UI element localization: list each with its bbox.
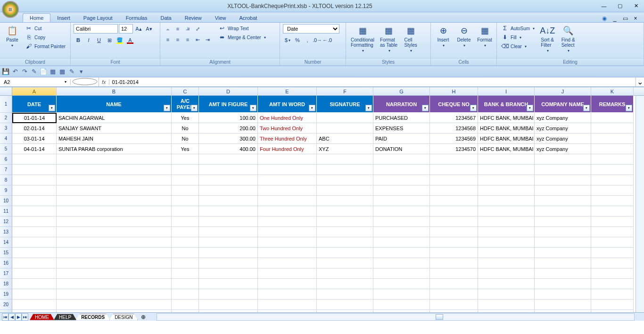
cell-bank[interactable]: HDFC BANK, MUMBAI [478, 144, 535, 154]
tab-acrobat[interactable]: Acrobat [232, 14, 264, 22]
cell-narration[interactable]: PAID [373, 134, 430, 144]
copy-button[interactable]: ⎘Copy [24, 33, 67, 42]
table-row[interactable]: 15 [0, 248, 644, 258]
decrease-decimal-button[interactable]: ←.0 [322, 35, 332, 45]
spreadsheet-grid[interactable]: A B C D E F G H I J K 1 DATE▾ NAME▾ A/C … [0, 87, 644, 321]
tab-insert[interactable]: Insert [50, 14, 77, 22]
hscroll-thumb[interactable] [436, 314, 443, 320]
tab-data[interactable]: Data [154, 14, 178, 22]
sheet-nav-last[interactable]: ⏭ [22, 313, 28, 321]
ribbon-minimize-icon[interactable]: _ [611, 15, 619, 22]
filter-company-button[interactable]: ▾ [583, 105, 590, 111]
format-painter-button[interactable]: 🖌Format Painter [24, 42, 67, 50]
cell-payee[interactable]: Yes [172, 144, 199, 154]
col-header-a[interactable]: A [12, 87, 57, 95]
cell-name[interactable]: SANJAY SAWANT [57, 123, 172, 134]
cell-name[interactable]: SUNITA PARAB corporation [57, 144, 172, 154]
select-all-corner[interactable] [0, 87, 12, 95]
cell-narration[interactable]: EXPENSES [373, 123, 430, 134]
table-row[interactable]: 10 [0, 196, 644, 206]
bold-button[interactable]: B [74, 35, 83, 45]
cell-figure[interactable]: 400.00 [199, 144, 258, 154]
fx-icon[interactable]: fx [99, 79, 109, 85]
row-header[interactable]: 13 [0, 227, 12, 237]
table-row[interactable]: 17 [0, 268, 644, 279]
cell-company[interactable]: xyz Company [535, 134, 591, 144]
cell-remarks[interactable] [591, 113, 634, 123]
cell-signature[interactable] [317, 123, 373, 134]
cell-remarks[interactable] [591, 134, 634, 144]
conditional-formatting-button[interactable]: ▦Conditional Formatting [349, 24, 376, 54]
filter-signature-button[interactable]: ▾ [365, 105, 372, 111]
sort-filter-button[interactable]: A↓ZSort & Filter [538, 24, 557, 54]
cell-company[interactable]: xyz Company [535, 113, 591, 123]
table-row[interactable]: 5 04-01-14 SUNITA PARAB corporation Yes … [0, 144, 644, 154]
col-header-f[interactable]: F [317, 87, 373, 95]
table-row[interactable]: 14 [0, 237, 644, 248]
filter-remarks-button[interactable]: ▾ [626, 105, 632, 111]
filter-word-button[interactable]: ▾ [309, 105, 315, 111]
cell-payee[interactable]: No [172, 123, 199, 134]
col-header-e[interactable]: E [258, 87, 317, 95]
format-cells-button[interactable]: ▦Format [475, 24, 494, 49]
table-row[interactable]: 4 03-01-14 MAHESH JAIN No 300.00 Three H… [0, 134, 644, 144]
qat-icon-2[interactable]: 📄 [40, 68, 47, 75]
cell-figure[interactable]: 100.00 [199, 113, 258, 123]
row-header[interactable]: 19 [0, 289, 12, 300]
align-middle-button[interactable]: ≡ [173, 24, 182, 33]
sheet-tab-design[interactable]: DESIGN [109, 314, 138, 320]
formula-bar[interactable]: 01-01-2014 [109, 79, 636, 85]
table-row[interactable]: 2 01-01-14 SACHIN AGARWAL Yes 100.00 One… [0, 113, 644, 123]
col-header-c[interactable]: C [172, 87, 199, 95]
row-header[interactable]: 17 [0, 268, 12, 279]
tab-formulas[interactable]: Formulas [119, 14, 154, 22]
insert-cells-button[interactable]: ⊕Insert [434, 24, 453, 49]
filter-figure-button[interactable]: ▾ [250, 105, 256, 111]
sheet-nav-next[interactable]: ▶ [15, 313, 22, 321]
row-header-1[interactable]: 1 [0, 96, 12, 113]
filter-narration-button[interactable]: ▾ [422, 105, 429, 111]
filter-payee-button[interactable]: ▾ [191, 105, 198, 111]
cell-cheque[interactable]: 1234570 [430, 144, 478, 154]
row-header[interactable]: 16 [0, 258, 12, 268]
row-header[interactable]: 5 [0, 144, 12, 154]
sheet-tab-help[interactable]: HELP [54, 314, 76, 320]
grow-font-button[interactable]: A▴ [134, 24, 143, 33]
increase-decimal-button[interactable]: .0→ [313, 35, 322, 45]
font-size-select[interactable] [119, 24, 133, 33]
table-row[interactable]: 3 02-01-14 SANJAY SAWANT No 200.00 Two H… [0, 123, 644, 134]
format-as-table-button[interactable]: ▦Format as Table [378, 24, 399, 54]
filter-cheque-button[interactable]: ▾ [470, 105, 477, 111]
row-header[interactable]: 2 [0, 113, 12, 123]
col-header-b[interactable]: B [57, 87, 172, 95]
delete-cells-button[interactable]: ⊖Delete [454, 24, 473, 49]
cell-date[interactable]: 03-01-14 [12, 134, 57, 144]
paste-button[interactable]: 📋 Paste ▾ [3, 24, 22, 49]
cut-button[interactable]: ✂Cut [24, 24, 67, 33]
col-header-i[interactable]: I [478, 87, 535, 95]
fill-color-button[interactable]: 🪣 [115, 35, 124, 45]
italic-button[interactable]: I [84, 35, 93, 45]
undo-icon[interactable]: ↶ [11, 68, 19, 75]
wrap-text-button[interactable]: ↩Wrap Text [217, 24, 267, 33]
table-row[interactable]: 19 [0, 289, 644, 300]
maximize-button[interactable]: ▢ [614, 2, 626, 10]
cell-date[interactable]: 04-01-14 [12, 144, 57, 154]
fill-button[interactable]: ⬇Fill [500, 33, 536, 42]
row-header[interactable]: 12 [0, 217, 12, 227]
col-header-h[interactable]: H [430, 87, 478, 95]
cell-narration[interactable]: DONATION [373, 144, 430, 154]
qat-icon-4[interactable]: ▦ [58, 68, 66, 75]
row-header[interactable]: 3 [0, 123, 12, 134]
cell-cheque[interactable]: 1234567 [430, 113, 478, 123]
cell-figure[interactable]: 300.00 [199, 134, 258, 144]
shrink-font-button[interactable]: A▾ [144, 24, 154, 33]
cell-word[interactable]: Two Hundred Only [258, 123, 317, 134]
row-header[interactable]: 9 [0, 185, 12, 196]
row-header[interactable]: 11 [0, 206, 12, 217]
cell-name[interactable]: SACHIN AGARWAL [57, 113, 172, 123]
filter-date-button[interactable]: ▾ [49, 105, 55, 111]
merge-center-button[interactable]: ⬌Merge & Center [217, 33, 267, 42]
cell-date[interactable]: 02-01-14 [12, 123, 57, 134]
col-header-g[interactable]: G [373, 87, 430, 95]
